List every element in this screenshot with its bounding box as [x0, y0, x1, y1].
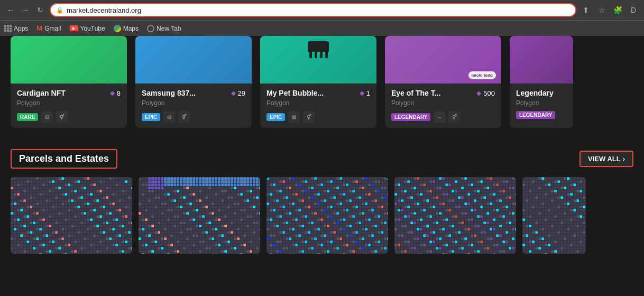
- newtab-icon: [147, 25, 154, 32]
- apps-icon: [4, 25, 12, 32]
- profile-button[interactable]: D: [627, 4, 640, 16]
- share-button[interactable]: ⬆: [579, 4, 592, 16]
- mana-icon: ◆: [360, 89, 364, 97]
- nft-card-eye[interactable]: michi todd Eye of The T... ◆ 500 Polygon…: [385, 36, 501, 128]
- bookmark-gmail-label: Gmail: [44, 25, 61, 32]
- parcels-section-header: Parcels and Estates VIEW ALL ›: [0, 138, 644, 177]
- card-image-eye: michi todd: [385, 36, 501, 84]
- card-badges: LEGENDARY: [516, 111, 567, 119]
- card-price: ◆ 500: [476, 89, 495, 97]
- nft-cards-section: Cardigan NFT ◆ 8 Polygon RARE ⊟ ⚥: [0, 36, 644, 128]
- bookmark-maps-label: Maps: [123, 25, 139, 32]
- lock-icon: 🔒: [56, 7, 63, 14]
- parcels-container: [0, 177, 644, 254]
- address-bar[interactable]: 🔒 market.decentraland.org: [50, 3, 576, 17]
- card-badges: EPIC ⊟ ⚥: [142, 111, 245, 123]
- bookmark-maps[interactable]: Maps: [114, 25, 139, 32]
- bookmark-apps-label: Apps: [14, 25, 28, 32]
- card-title-row: My Pet Bubble... ◆ 1: [266, 89, 370, 97]
- card-price: ◆ 1: [360, 89, 370, 97]
- card-image-pet: [260, 36, 376, 84]
- nft-card-pet[interactable]: My Pet Bubble... ◆ 1 Polygon EPIC ⊠ ⚥: [260, 36, 376, 128]
- card-image-legendary: [510, 36, 573, 84]
- gender-icon: ⚥: [56, 111, 68, 123]
- parcels-view-all-button[interactable]: VIEW ALL ›: [579, 151, 633, 167]
- cards-container: Cardigan NFT ◆ 8 Polygon RARE ⊟ ⚥: [11, 36, 633, 128]
- gender-icon: ⚥: [303, 111, 315, 123]
- card-title: Eye of The T...: [391, 89, 440, 97]
- forward-button[interactable]: →: [19, 4, 32, 16]
- view-all-label: VIEW ALL: [588, 155, 621, 163]
- mana-icon: ◆: [476, 89, 481, 97]
- card-badges: EPIC ⊠ ⚥: [266, 111, 370, 123]
- card-title: Samsung 837...: [142, 89, 196, 97]
- maps-icon: [114, 25, 121, 32]
- price-value: 1: [366, 89, 370, 97]
- type-icon: ⊠: [288, 111, 300, 123]
- card-network: Polygon: [391, 99, 495, 107]
- card-title-row: Eye of The T... ◆ 500: [391, 89, 495, 97]
- card-network: Polygon: [266, 99, 370, 107]
- parcels-section-title: Parcels and Estates: [11, 149, 117, 169]
- gender-icon: ⚥: [448, 111, 460, 123]
- url-text: market.decentraland.org: [67, 6, 141, 14]
- bookmark-apps[interactable]: Apps: [4, 25, 28, 32]
- youtube-icon: [70, 25, 78, 31]
- mana-icon: ◆: [231, 89, 236, 97]
- rarity-badge: EPIC: [142, 113, 160, 121]
- parcel-card-1[interactable]: [11, 177, 132, 254]
- parcel-card-4[interactable]: [394, 177, 516, 254]
- card-image-cardigan: [11, 36, 127, 84]
- parcel-card-3[interactable]: [266, 177, 388, 254]
- bookmark-newtab-label: New Tab: [157, 25, 181, 32]
- price-value: 8: [117, 89, 121, 97]
- card-info-cardigan: Cardigan NFT ◆ 8 Polygon RARE ⊟ ⚥: [11, 84, 127, 128]
- bookmark-newtab[interactable]: New Tab: [147, 25, 181, 32]
- type-icon: ⊟: [41, 111, 53, 123]
- card-price: ◆ 8: [110, 89, 121, 97]
- card-network: Polygon: [17, 99, 121, 107]
- price-value: 29: [238, 89, 245, 97]
- rarity-badge: LEGENDARY: [516, 111, 555, 119]
- card-info-samsung: Samsung 837... ◆ 29 Polygon EPIC ⊟ ⚥: [135, 84, 252, 128]
- bookmark-youtube[interactable]: YouTube: [70, 25, 105, 32]
- card-title: Cardigan NFT: [17, 89, 66, 97]
- card-title-row: Cardigan NFT ◆ 8: [17, 89, 121, 97]
- browser-toolbar: ← → ↻ 🔒 market.decentraland.org ⬆ ☆ 🧩 D: [0, 0, 644, 20]
- price-value: 500: [483, 89, 495, 97]
- bookmarks-bar: Apps M Gmail YouTube Maps New Tab: [0, 20, 644, 36]
- nft-card-samsung[interactable]: Samsung 837... ◆ 29 Polygon EPIC ⊟ ⚥: [135, 36, 252, 128]
- card-title-row: Legendary: [516, 89, 567, 97]
- parcel-map-5: [522, 177, 586, 254]
- card-title: My Pet Bubble...: [266, 89, 324, 97]
- nft-card-legendary[interactable]: Legendary Polygon LEGENDARY: [510, 36, 573, 128]
- nft-card-cardigan[interactable]: Cardigan NFT ◆ 8 Polygon RARE ⊟ ⚥: [11, 36, 127, 128]
- card-info-legendary: Legendary Polygon LEGENDARY: [510, 84, 573, 124]
- card-info-eye: Eye of The T... ◆ 500 Polygon LEGENDARY …: [385, 84, 501, 128]
- mana-icon: ◆: [110, 89, 115, 97]
- parcel-card-5[interactable]: [522, 177, 586, 254]
- parcel-card-2[interactable]: [139, 177, 260, 254]
- type-icon: ↔: [434, 111, 445, 123]
- card-badges: RARE ⊟ ⚥: [17, 111, 121, 123]
- parcel-map-3: [266, 177, 388, 254]
- toolbar-actions: ⬆ ☆ 🧩 D: [579, 4, 640, 16]
- extensions-button[interactable]: 🧩: [611, 4, 624, 16]
- browser-chrome: ← → ↻ 🔒 market.decentraland.org ⬆ ☆ 🧩 D …: [0, 0, 644, 36]
- parcel-map-4: [394, 177, 516, 254]
- parcel-map-2: [139, 177, 260, 254]
- gmail-icon: M: [36, 24, 42, 32]
- back-button[interactable]: ←: [4, 4, 17, 16]
- bookmark-gmail[interactable]: M Gmail: [36, 24, 61, 32]
- parcel-map-1: [11, 177, 132, 254]
- reload-button[interactable]: ↻: [34, 4, 47, 16]
- nav-buttons: ← → ↻: [4, 4, 47, 16]
- rarity-badge: EPIC: [266, 113, 285, 121]
- card-image-samsung: [135, 36, 252, 84]
- type-icon: ⊟: [163, 111, 175, 123]
- gender-icon: ⚥: [178, 111, 190, 123]
- card-title: Legendary: [516, 89, 554, 97]
- bookmark-button[interactable]: ☆: [595, 4, 608, 16]
- card-network: Polygon: [142, 99, 245, 107]
- card-info-pet: My Pet Bubble... ◆ 1 Polygon EPIC ⊠ ⚥: [260, 84, 376, 128]
